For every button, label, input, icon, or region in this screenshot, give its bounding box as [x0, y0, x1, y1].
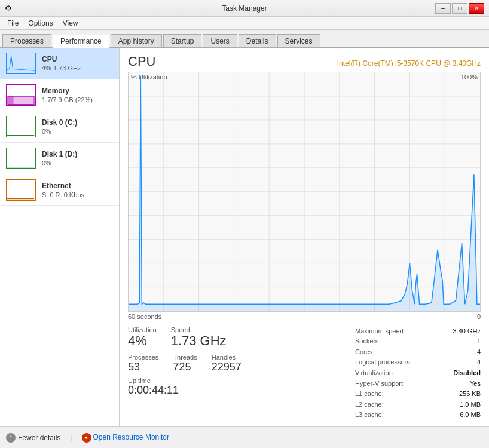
- info-key: L3 cache:: [355, 410, 384, 421]
- panel-title: CPU: [128, 54, 155, 69]
- stats-left: Utilization 4% Speed 1.73 GHz Processes …: [128, 326, 355, 421]
- close-button[interactable]: ✕: [469, 3, 484, 14]
- tab-startup[interactable]: Startup: [163, 34, 202, 47]
- tab-users[interactable]: Users: [203, 34, 237, 47]
- disk1-title: Disk 1 (D:): [42, 150, 113, 158]
- window-controls: – □ ✕: [435, 3, 484, 14]
- info-row: Hyper-V support:Yes: [355, 379, 481, 389]
- utilization-value: 4%: [128, 333, 157, 349]
- uptime-label: Up time: [128, 377, 355, 384]
- menu-options[interactable]: Options: [23, 18, 57, 29]
- stat-processes: Processes 53: [128, 354, 158, 373]
- ethernet-title: Ethernet: [42, 182, 113, 190]
- threads-label: Threads: [173, 354, 197, 361]
- tab-performance[interactable]: Performance: [53, 35, 109, 48]
- memory-title: Memory: [42, 87, 113, 95]
- disk0-info: Disk 0 (C:) 0%: [42, 118, 113, 135]
- stat-uptime: Up time 0:00:44:11: [128, 377, 355, 397]
- open-resource-monitor-link[interactable]: ●Open Resource Monitor: [82, 433, 169, 443]
- utilization-label: Utilization: [128, 326, 157, 333]
- maximize-button[interactable]: □: [452, 3, 467, 14]
- info-key: Sockets:: [355, 336, 380, 347]
- info-value: 4: [477, 347, 481, 358]
- tab-app-history[interactable]: App history: [111, 34, 162, 47]
- info-value: 256 KB: [459, 389, 481, 400]
- stat-speed: Speed 1.73 GHz: [171, 326, 227, 349]
- info-value: 1: [477, 336, 481, 347]
- speed-value: 1.73 GHz: [171, 333, 227, 349]
- fewer-details-label: Fewer details: [18, 434, 60, 442]
- disk0-subtitle: 0%: [42, 128, 113, 135]
- menu-view[interactable]: View: [58, 18, 83, 29]
- resource-monitor-label: Open Resource Monitor: [93, 433, 169, 441]
- resource-monitor-icon: ●: [82, 433, 91, 443]
- cpu-title: CPU: [42, 55, 113, 63]
- info-key: Logical processors:: [355, 357, 412, 368]
- info-row: Virtualization:Disabled: [355, 368, 481, 379]
- handles-label: Handles: [212, 354, 242, 361]
- ethernet-info: Ethernet S: 0 R: 0 Kbps: [42, 182, 113, 198]
- info-row: Sockets:1: [355, 336, 481, 347]
- cpu-subtitle: 4% 1.73 GHz: [42, 65, 113, 72]
- sidebar-item-ethernet[interactable]: Ethernet S: 0 R: 0 Kbps: [0, 174, 119, 206]
- info-key: Virtualization:: [355, 368, 395, 379]
- uptime-value: 0:00:44:11: [128, 384, 355, 397]
- chart-x-left: 60 seconds: [128, 313, 161, 320]
- stat-utilization: Utilization 4%: [128, 326, 157, 349]
- stat-threads: Threads 725: [173, 354, 197, 373]
- chart-bottom-labels: 60 seconds 0: [128, 313, 481, 320]
- disk1-info: Disk 1 (D:) 0%: [42, 150, 113, 167]
- info-value: 3.40 GHz: [453, 326, 481, 337]
- disk1-subtitle: 0%: [42, 159, 113, 167]
- disk0-thumbnail: [6, 116, 36, 137]
- info-row: L3 cache:6.0 MB: [355, 410, 481, 421]
- info-row: Logical processors:4: [355, 357, 481, 368]
- ethernet-thumbnail: [6, 179, 36, 201]
- sidebar-item-disk0[interactable]: Disk 0 (C:) 0%: [0, 111, 119, 143]
- processes-value: 53: [128, 361, 158, 373]
- fewer-details-button[interactable]: ⌃ Fewer details: [6, 433, 60, 443]
- handles-value: 22957: [212, 361, 242, 373]
- speed-label: Speed: [171, 326, 227, 333]
- info-row: L1 cache:256 KB: [355, 389, 481, 400]
- chart-svg: [129, 72, 480, 311]
- tab-services[interactable]: Services: [277, 34, 320, 47]
- info-row: Cores:4: [355, 347, 481, 358]
- ethernet-subtitle: S: 0 R: 0 Kbps: [42, 191, 113, 198]
- info-row: L2 cache:1.0 MB: [355, 400, 481, 410]
- sidebar-item-cpu[interactable]: CPU 4% 1.73 GHz: [0, 48, 119, 79]
- info-value: 1.0 MB: [460, 400, 481, 410]
- memory-subtitle: 1.7/7.9 GB (22%): [42, 96, 113, 103]
- tab-bar: Processes Performance App history Startu…: [0, 30, 489, 48]
- sidebar: CPU 4% 1.73 GHz Memory 1.7/7.9 GB (22%): [0, 48, 120, 426]
- info-key: Cores:: [355, 347, 374, 358]
- info-key: Hyper-V support:: [355, 379, 405, 389]
- cpu-model-name: Intel(R) Core(TM) i5-3570K CPU @ 3.40GHz: [337, 59, 481, 67]
- fewer-details-icon: ⌃: [6, 433, 16, 443]
- cpu-info: CPU 4% 1.73 GHz: [42, 55, 113, 72]
- minimize-button[interactable]: –: [435, 3, 451, 14]
- sidebar-item-memory[interactable]: Memory 1.7/7.9 GB (22%): [0, 79, 119, 111]
- sidebar-item-disk1[interactable]: Disk 1 (D:) 0%: [0, 143, 119, 174]
- info-table: Maximum speed:3.40 GHzSockets:1Cores:4Lo…: [355, 326, 481, 421]
- info-value: Yes: [470, 379, 481, 389]
- window-title: Task Manager: [222, 4, 267, 13]
- disk0-title: Disk 0 (C:): [42, 118, 113, 127]
- info-value: 6.0 MB: [460, 410, 481, 421]
- info-value: 4: [477, 357, 481, 368]
- tab-processes[interactable]: Processes: [2, 34, 51, 47]
- memory-info: Memory 1.7/7.9 GB (22%): [42, 87, 113, 103]
- info-row: Maximum speed:3.40 GHz: [355, 326, 481, 337]
- main-content: CPU 4% 1.73 GHz Memory 1.7/7.9 GB (22%): [0, 48, 489, 426]
- bottom-bar: ⌃ Fewer details | ●Open Resource Monitor: [0, 426, 489, 448]
- title-bar-left: ⚙: [5, 4, 12, 13]
- memory-thumbnail: [6, 84, 36, 106]
- menu-file[interactable]: File: [2, 18, 23, 29]
- tab-details[interactable]: Details: [239, 34, 276, 47]
- stats-row-1: Utilization 4% Speed 1.73 GHz: [128, 326, 355, 349]
- cpu-chart: % Utilization 100%: [128, 72, 481, 312]
- disk1-thumbnail: [6, 148, 36, 169]
- right-panel: CPU Intel(R) Core(TM) i5-3570K CPU @ 3.4…: [120, 48, 489, 426]
- processes-label: Processes: [128, 354, 158, 361]
- cpu-thumbnail: [6, 53, 36, 74]
